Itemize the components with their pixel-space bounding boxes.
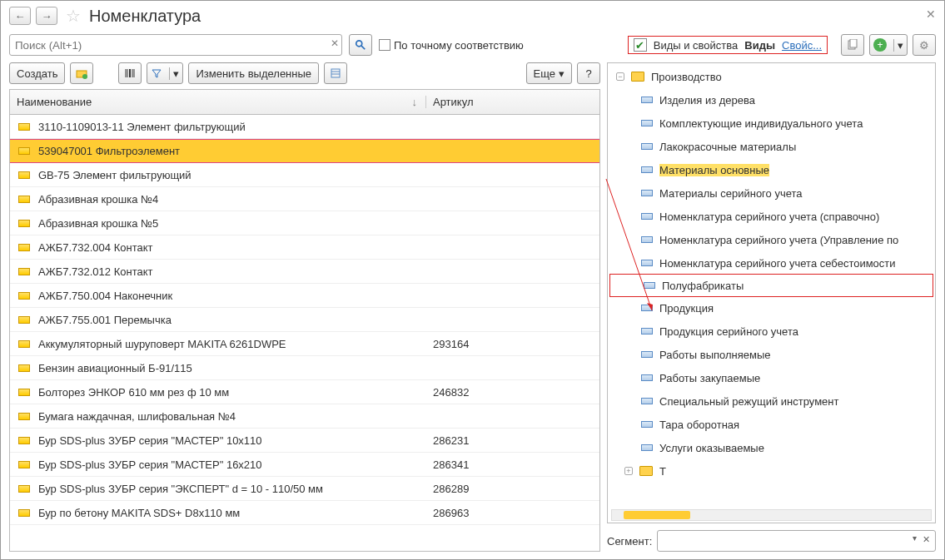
tree-item[interactable]: Работы выполняемые (608, 343, 935, 366)
search-input[interactable] (9, 34, 342, 56)
table-row[interactable]: АЖБ7.732.012 Контакт (10, 260, 599, 284)
svg-rect-3 (850, 39, 857, 47)
tree-item[interactable]: Материалы серийного учета (608, 181, 935, 205)
leaf-icon (641, 374, 653, 381)
table-row[interactable]: Бумага наждачная, шлифовальная №4 (10, 404, 599, 429)
views-toggle-checkbox[interactable]: ✔ (634, 38, 647, 52)
leaf-icon (641, 444, 653, 451)
list-mode-button[interactable] (324, 62, 347, 84)
views-panel-label: Виды и свойства (654, 39, 739, 52)
item-icon (18, 171, 30, 179)
add-button[interactable]: +▾ (869, 34, 908, 56)
barcode-button[interactable] (118, 62, 142, 84)
leaf-icon (641, 166, 653, 173)
table-row[interactable]: 3110-1109013-11 Элемент фильтрующий (10, 115, 599, 139)
item-icon (18, 461, 30, 468)
leaf-icon (641, 143, 653, 150)
exact-match-checkbox[interactable]: По точному соответствию (379, 39, 524, 52)
item-icon (18, 220, 30, 227)
table-row[interactable]: АЖБ7.755.001 Перемычка (10, 308, 599, 332)
tree-item[interactable]: Изделия из дерева (608, 88, 935, 112)
edit-selected-button[interactable]: Изменить выделенные (188, 62, 319, 84)
item-icon (18, 413, 30, 420)
col-header-sku[interactable]: Артикул (426, 96, 599, 108)
item-icon (18, 244, 30, 251)
table-row[interactable]: Болторез ЭНКОР 610 мм рез ф 10 мм246832 (10, 380, 599, 404)
segment-label: Сегмент: (607, 535, 652, 548)
segment-select[interactable]: ▾✕ (657, 530, 936, 552)
table-row[interactable]: АЖБ7.732.004 Контакт (10, 235, 599, 260)
svg-rect-11 (331, 69, 340, 77)
leaf-icon (641, 213, 653, 220)
tree-item[interactable]: Комплектующие индивидуального учета (608, 112, 935, 135)
page-title: Номенклатура (89, 7, 201, 26)
leaf-icon (644, 282, 655, 289)
create-button[interactable]: Создать (9, 62, 65, 84)
item-icon (18, 196, 30, 203)
table-row[interactable]: Бензин авиационный Б-91/115 (10, 356, 599, 380)
tree-item[interactable]: Материалы основные (608, 158, 935, 181)
leaf-icon (641, 260, 653, 266)
item-icon (18, 147, 30, 155)
table-row[interactable]: АЖБ7.750.004 Наконечник (10, 284, 599, 308)
search-clear-icon[interactable]: ✕ (331, 37, 339, 49)
leaf-icon (641, 351, 653, 358)
nav-back-button[interactable]: ← (9, 7, 31, 25)
item-icon (18, 123, 30, 131)
tree-item-extra[interactable]: + Т (608, 459, 935, 483)
close-icon[interactable]: ✕ (926, 7, 936, 21)
settings-button[interactable]: ⚙ (913, 34, 936, 56)
table-row[interactable]: Аккумуляторный шуруповерт MAKITA 6261DWP… (10, 332, 599, 356)
leaf-icon (641, 190, 653, 196)
item-icon (18, 340, 30, 348)
tree-item[interactable]: Продукция серийного учета (608, 320, 935, 343)
nomenclature-grid: Наименование↓ Артикул 3110-1109013-11 Эл… (9, 89, 600, 552)
tree-item[interactable]: Специальный режущий инструмент (608, 389, 935, 413)
leaf-icon (641, 421, 653, 428)
table-row[interactable]: GB-75 Элемент фильтрующий (10, 163, 599, 187)
views-tab-svoistva[interactable]: Свойс... (782, 39, 822, 52)
tree-scrollbar[interactable] (611, 509, 932, 521)
svg-line-1 (361, 46, 365, 49)
tree-item[interactable]: Номенклатура серийного учета себестоимос… (608, 251, 935, 275)
more-button[interactable]: Еще ▾ (526, 62, 572, 84)
col-header-name[interactable]: Наименование↓ (10, 96, 426, 108)
help-button[interactable]: ? (577, 62, 600, 84)
item-icon (18, 509, 30, 517)
item-icon (18, 292, 30, 300)
search-button[interactable] (349, 34, 372, 56)
table-row[interactable]: Бур по бетону MAKITA SDS+ D8x110 мм28696… (10, 501, 599, 525)
tree-item[interactable]: Продукция (608, 296, 935, 320)
filter-button[interactable]: ▾ (147, 62, 183, 84)
svg-point-0 (356, 41, 362, 47)
tree-item[interactable]: Услуги оказываемые (608, 436, 935, 459)
nav-forward-button[interactable]: → (36, 7, 57, 25)
leaf-icon (641, 328, 653, 335)
copy-button[interactable] (841, 34, 864, 56)
leaf-icon (641, 305, 653, 311)
table-row[interactable]: Бур SDS-plus ЗУБР серия "МАСТЕР" 16x2102… (10, 453, 599, 477)
folder-icon (639, 466, 653, 476)
leaf-icon (641, 398, 653, 404)
tree-item[interactable]: Номенклатура серийного учета (справочно) (608, 205, 935, 228)
tree-item[interactable]: Работы закупаемые (608, 366, 935, 389)
item-icon (18, 316, 30, 324)
leaf-icon (641, 97, 653, 103)
tree-root[interactable]: − Производство (608, 65, 935, 88)
table-row[interactable]: Бур SDS-plus ЗУБР серия "МАСТЕР" 10x1102… (10, 429, 599, 453)
tree-item[interactable]: Номенклатура серийного учета (Управление… (608, 228, 935, 251)
table-row[interactable]: 539047001 Фильтроэлемент (10, 139, 599, 163)
tree-item[interactable]: Лакокрасочные материалы (608, 135, 935, 158)
item-icon (18, 437, 30, 444)
table-row[interactable]: Абразивная крошка №5 (10, 211, 599, 235)
views-tab-vidy[interactable]: Виды (744, 39, 775, 52)
tree-item[interactable]: Тара оборотная (608, 413, 935, 436)
item-icon (18, 389, 30, 396)
folder-button[interactable] (70, 62, 93, 84)
table-row[interactable]: Бур SDS-plus ЗУБР серия "ЭКСПЕРТ" d = 10… (10, 477, 599, 501)
leaf-icon (641, 120, 653, 126)
folder-icon (631, 72, 644, 82)
tree-item[interactable]: Полуфабрикаты (609, 274, 933, 297)
favorite-star-icon[interactable]: ☆ (66, 6, 81, 26)
table-row[interactable]: Абразивная крошка №4 (10, 187, 599, 211)
